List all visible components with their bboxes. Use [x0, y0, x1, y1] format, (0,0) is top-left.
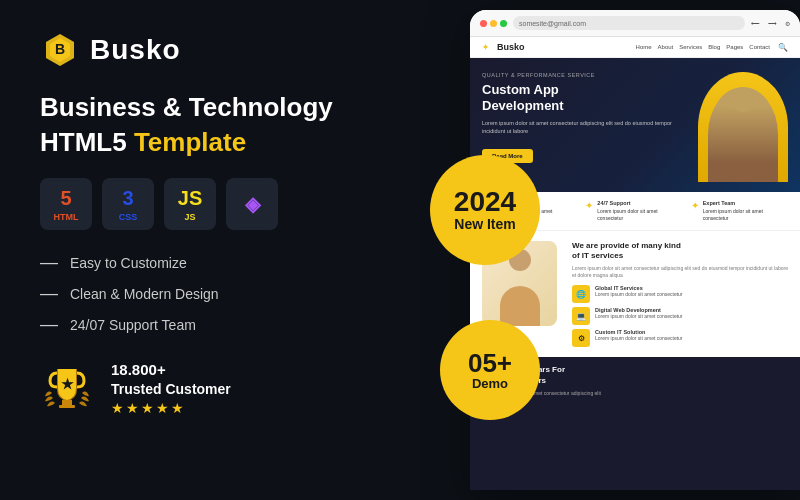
- feature-label-3: 24/07 Support Team: [70, 317, 196, 333]
- trophy-icon: ★: [40, 361, 95, 416]
- svg-rect-4: [59, 405, 75, 408]
- feature-text-3: Expert Team Lorem ipsum dolor sit amet c…: [703, 200, 790, 222]
- svg-text:B: B: [55, 41, 65, 57]
- browser-bar: somesite@gmail.com ⟵ ⟶ ⚙: [470, 10, 800, 37]
- badge-demo-main: 05+: [468, 350, 512, 376]
- logo-icon: B: [40, 30, 80, 70]
- feature-label-2: Clean & Modern Design: [70, 286, 219, 302]
- feature-item-1: — Easy to Customize: [40, 252, 380, 273]
- browser-url: somesite@gmail.com: [513, 16, 745, 30]
- services-desc: Lorem ipsum dolor sit amet consectetur a…: [572, 265, 788, 279]
- hero-image: [698, 72, 788, 182]
- svg-text:★: ★: [61, 376, 74, 392]
- feature-text-2: 24/7 Support Lorem ipsum dolor sit amet …: [597, 200, 684, 222]
- star-5: ★: [171, 400, 184, 416]
- left-panel: B Busko Business & Technology HTML5 Temp…: [0, 0, 420, 500]
- services-heading: We are provide of many kindof IT service…: [572, 241, 788, 262]
- trusted-info: 18.800+ Trusted Customer ★ ★ ★ ★ ★: [111, 361, 231, 416]
- title-template: Template: [134, 127, 246, 157]
- star-4: ★: [156, 400, 169, 416]
- tech-badge-js: JS JS: [164, 178, 216, 230]
- nav-link-blog: Blog: [708, 44, 720, 50]
- nav-link-about: About: [658, 44, 674, 50]
- tech-icons-row: 5 HTML 3 CSS JS JS ◈: [40, 178, 380, 230]
- tech-badge-other: ◈: [226, 178, 278, 230]
- badge-new-item: 2024 New Item: [430, 155, 540, 265]
- nav-link-pages: Pages: [726, 44, 743, 50]
- mock-feature-2: ✦ 24/7 Support Lorem ipsum dolor sit ame…: [585, 200, 684, 222]
- mock-feature-3: ✦ Expert Team Lorem ipsum dolor sit amet…: [691, 200, 790, 222]
- title-html5: HTML5: [40, 127, 134, 157]
- star-2: ★: [126, 400, 139, 416]
- trusted-label: Trusted Customer: [111, 381, 231, 397]
- hero-subtitle: QUALITY & PERFORMANCE SERVICE: [482, 72, 690, 78]
- dot-yellow: [490, 20, 497, 27]
- right-panel: 2024 New Item 05+ Demo somesite@gmail.co…: [420, 0, 800, 500]
- services-item-icon-1: 🌐: [572, 285, 590, 303]
- feature-icon-3: ✦: [691, 200, 699, 211]
- nav-link-services: Services: [679, 44, 702, 50]
- hero-text: QUALITY & PERFORMANCE SERVICE Custom App…: [482, 72, 690, 163]
- feature-item-2: — Clean & Modern Design: [40, 283, 380, 304]
- tech-badge-css: 3 CSS: [102, 178, 154, 230]
- trusted-count: 18.800+: [111, 361, 231, 378]
- star-3: ★: [141, 400, 154, 416]
- mockup-navbar: ✦ Busko Home About Services Blog Pages C…: [470, 37, 800, 58]
- services-item-1: 🌐 Global IT Services Lorem ipsum dolor s…: [572, 285, 788, 303]
- feature-label-1: Easy to Customize: [70, 255, 187, 271]
- dot-red: [480, 20, 487, 27]
- browser-dots: [480, 20, 507, 27]
- mockup-logo-text: Busko: [497, 42, 525, 52]
- services-content-right: We are provide of many kindof IT service…: [572, 241, 788, 348]
- hero-desc: Lorem ipsum dolor sit amet consectetur a…: [482, 119, 690, 136]
- logo-area: B Busko: [40, 30, 380, 70]
- dot-green: [500, 20, 507, 27]
- stars-row: ★ ★ ★ ★ ★: [111, 400, 231, 416]
- feature-icon-2: ✦: [585, 200, 593, 211]
- mockup-logo-icon: ✦: [482, 43, 489, 52]
- services-item-icon-2: 💻: [572, 307, 590, 325]
- svg-rect-3: [62, 400, 72, 405]
- bottom-row: ★ 18.800+ Trusted Customer ★ ★ ★ ★ ★: [40, 361, 380, 416]
- star-1: ★: [111, 400, 124, 416]
- mockup-nav-links: Home About Services Blog Pages Contact: [636, 44, 770, 50]
- badge-demo-sub: Demo: [472, 376, 508, 391]
- hero-title: Custom AppDevelopment: [482, 82, 690, 113]
- main-title-line1: Business & Technology: [40, 92, 380, 123]
- main-title-line2: HTML5 Template: [40, 127, 380, 158]
- brand-name: Busko: [90, 34, 181, 66]
- services-item-3: ⚙ Custom IT Solution Lorem ipsum dolor s…: [572, 329, 788, 347]
- nav-link-contact: Contact: [749, 44, 770, 50]
- badge-demo: 05+ Demo: [440, 320, 540, 420]
- services-items-list: 🌐 Global IT Services Lorem ipsum dolor s…: [572, 285, 788, 347]
- nav-link-home: Home: [636, 44, 652, 50]
- badge-new-item-sub: New Item: [454, 216, 515, 232]
- services-item-2: 💻 Digital Web Development Lorem ipsum do…: [572, 307, 788, 325]
- feature-item-3: — 24/07 Support Team: [40, 314, 380, 335]
- hero-person-figure: [708, 87, 778, 182]
- features-list: — Easy to Customize — Clean & Modern Des…: [40, 252, 380, 335]
- badge-new-item-main: 2024: [454, 188, 516, 216]
- search-icon: 🔍: [778, 43, 788, 52]
- browser-nav: ⟵ ⟶ ⚙: [751, 20, 790, 27]
- tech-badge-html: 5 HTML: [40, 178, 92, 230]
- services-item-icon-3: ⚙: [572, 329, 590, 347]
